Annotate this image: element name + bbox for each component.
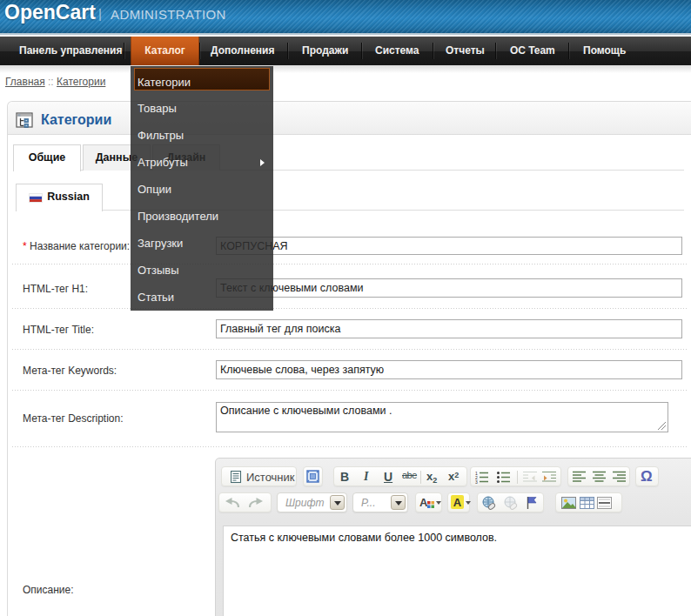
svg-text:3: 3 [475,479,478,484]
